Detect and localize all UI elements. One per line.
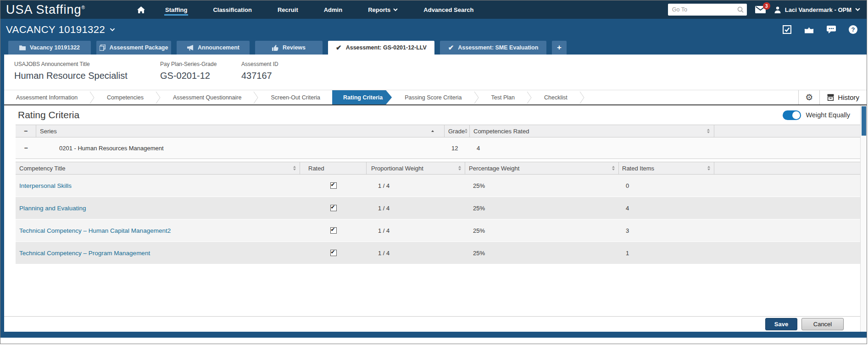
assessment-id-field: Assessment ID 437167: [241, 61, 278, 90]
tab-assessment-sme[interactable]: ✔ Assessment: SME Evaluation: [440, 41, 546, 55]
rated-checkbox[interactable]: [330, 250, 337, 256]
col-series[interactable]: Series: [36, 125, 445, 137]
step-passing-score-criteria[interactable]: Passing Score Criteria: [393, 90, 473, 104]
scrollbar-thumb[interactable]: [862, 106, 866, 136]
tab-announcement[interactable]: Announcement: [177, 41, 250, 55]
competency-title-cell: Interpersonal Skills: [16, 182, 300, 189]
user-menu[interactable]: Laci Vandermark - OPM: [774, 6, 860, 13]
col-grade[interactable]: Grade: [445, 125, 470, 137]
competency-link[interactable]: Technical Competency – Human Capital Man…: [19, 227, 171, 234]
messages-icon[interactable]: 3: [755, 6, 766, 13]
collapse-icon[interactable]: −: [24, 128, 28, 134]
step-assessment-questionnaire[interactable]: Assessment Questionnaire: [161, 90, 253, 104]
col-rated: Rated: [300, 162, 367, 174]
step-rating-criteria[interactable]: Rating Criteria: [332, 90, 392, 104]
content-frame: USAJOBS Announcement Title Human Resourc…: [0, 55, 867, 338]
col-competencies-rated[interactable]: Competencies Rated: [470, 125, 714, 137]
col-percentage-weight[interactable]: Percentage Weight: [465, 162, 619, 174]
competency-title-cell: Planning and Evaluating: [16, 205, 300, 212]
percentage-weight-cell: 25%: [465, 205, 619, 212]
save-button[interactable]: Save: [765, 318, 797, 330]
sort-icon[interactable]: [612, 166, 615, 170]
sort-icon[interactable]: [431, 130, 434, 132]
user-name: Laci Vandermark - OPM: [785, 6, 851, 13]
app-logo[interactable]: USA Staffing®: [6, 3, 129, 17]
section-header: Rating Criteria Weight Equally: [4, 105, 860, 125]
tab-label: Vacancy 10191322: [30, 44, 80, 51]
proportional-weight-cell: 1 / 4: [367, 227, 465, 234]
col-label: Rated Items: [622, 165, 654, 172]
series-table-header: − Series Grade Competencies Rated: [16, 125, 860, 137]
step-competencies[interactable]: Competencies: [95, 90, 156, 104]
col-label: Grade: [448, 128, 465, 135]
step-separator: [579, 90, 585, 104]
col-competency-title[interactable]: Competency Title: [16, 162, 300, 174]
goto-search: [668, 4, 747, 16]
competency-link[interactable]: Technical Competency – Program Managemen…: [19, 250, 150, 257]
sort-icon[interactable]: [293, 166, 296, 170]
step-checklist[interactable]: Checklist: [532, 90, 579, 104]
check-icon: ✔: [336, 44, 342, 52]
rated-cell: [300, 250, 367, 256]
nav-recruit[interactable]: Recruit: [277, 1, 299, 18]
vacancy-band: VACANCY 10191322 ?: [0, 19, 867, 40]
rated-items-cell: 4: [619, 205, 714, 212]
percentage-weight-cell: 25%: [465, 227, 619, 234]
step-screen-out-criteria[interactable]: Screen-Out Criteria: [259, 90, 332, 104]
nav-admin[interactable]: Admin: [323, 1, 343, 18]
history-button[interactable]: History: [819, 90, 867, 104]
vacancy-title-menu[interactable]: VACANCY 10191322: [6, 24, 115, 36]
pay-plan-field: Pay Plan-Series-Grade GS-0201-12: [160, 61, 241, 90]
chevron-down-icon: [110, 28, 115, 32]
vacancy-quick-icons: ?: [783, 25, 857, 34]
collapse-icon[interactable]: −: [24, 145, 28, 151]
competency-link[interactable]: Interpersonal Skills: [19, 182, 72, 189]
competency-link[interactable]: Planning and Evaluating: [19, 205, 86, 212]
nav-staffing[interactable]: Staffing: [164, 1, 188, 18]
search-icon[interactable]: [737, 6, 744, 13]
chat-icon[interactable]: [827, 26, 836, 33]
nav-reports[interactable]: Reports: [367, 1, 399, 18]
notification-badge: 3: [763, 2, 770, 10]
tab-vacancy[interactable]: Vacancy 10191322: [8, 41, 91, 55]
rated-cell: [300, 182, 367, 189]
rated-checkbox[interactable]: [330, 227, 337, 234]
vertical-scrollbar[interactable]: [860, 105, 867, 332]
sort-icon[interactable]: [465, 129, 467, 133]
weight-equally-toggle[interactable]: [783, 110, 801, 120]
rated-checkbox[interactable]: [330, 182, 337, 189]
chevron-down-icon: [393, 8, 398, 11]
nav-advanced-search[interactable]: Advanced Search: [423, 1, 474, 18]
logo-text: USA Staffing: [6, 3, 82, 16]
step-separator: [253, 90, 259, 104]
table-row: Planning and Evaluating 1 / 4 25% 4: [16, 197, 860, 219]
sort-icon[interactable]: [707, 129, 710, 133]
field-label: Assessment ID: [241, 61, 278, 67]
tab-assessment-llv[interactable]: ✔ Assessment: GS-0201-12-LLV: [328, 41, 434, 55]
assessment-id-value: 437167: [241, 71, 278, 81]
step-assessment-information[interactable]: Assessment Information: [4, 90, 89, 104]
thumbs-up-icon: [272, 45, 278, 51]
col-label: Rated: [308, 165, 324, 172]
goto-input[interactable]: [668, 4, 747, 16]
step-test-plan[interactable]: Test Plan: [479, 90, 527, 104]
col-proportional-weight[interactable]: Proportional Weight: [367, 162, 465, 174]
sort-icon[interactable]: [707, 166, 710, 170]
sort-icon[interactable]: [458, 166, 461, 170]
tab-assessment-package[interactable]: Assessment Package: [96, 41, 171, 55]
tab-reviews[interactable]: Reviews: [255, 41, 323, 55]
cancel-button[interactable]: Cancel: [801, 318, 844, 330]
add-tab-button[interactable]: +: [552, 41, 567, 55]
gear-icon[interactable]: ⚙: [798, 90, 819, 104]
help-icon[interactable]: ?: [849, 25, 857, 34]
envelope-open-icon[interactable]: [804, 26, 814, 33]
col-rated-items[interactable]: Rated Items: [619, 162, 714, 174]
nav-classification[interactable]: Classification: [212, 1, 253, 18]
table-row: Technical Competency – Program Managemen…: [16, 242, 860, 264]
col-filler: [714, 162, 860, 174]
rated-checkbox[interactable]: [330, 205, 337, 211]
history-icon: [827, 94, 834, 101]
home-icon[interactable]: [137, 6, 145, 13]
assessment-info-row: USAJOBS Announcement Title Human Resourc…: [4, 55, 867, 90]
tasks-icon[interactable]: [783, 25, 791, 34]
